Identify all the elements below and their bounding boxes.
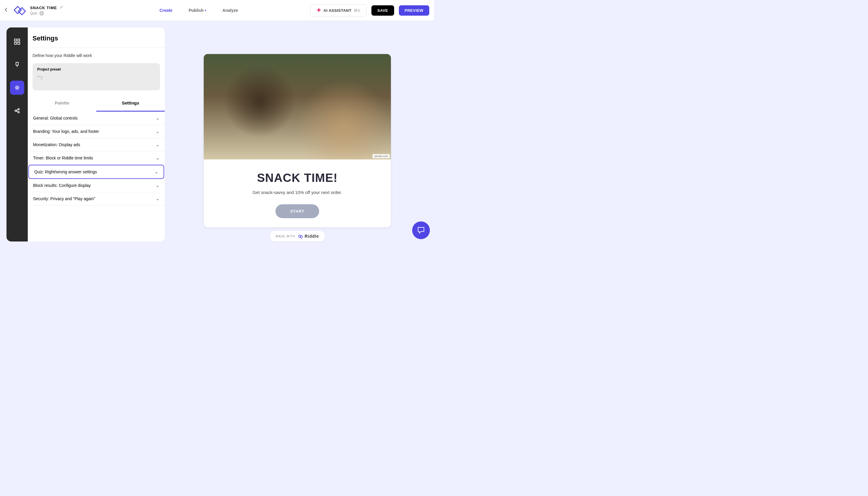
undo-icon[interactable]: [37, 75, 43, 81]
sparkle-icon: [316, 8, 321, 13]
image-credit: pexels.com: [373, 154, 390, 158]
app-header: SNACK TIME Quiz i Create Publish • Analy…: [0, 0, 434, 21]
tab-settings[interactable]: Settings: [96, 95, 165, 112]
nav-tab-analyze[interactable]: Analyze: [222, 8, 238, 13]
chat-fab[interactable]: [412, 221, 430, 239]
accordion-timer[interactable]: Timer: Block or Riddle time limits ⌄: [28, 152, 165, 165]
project-type: Quiz: [30, 11, 37, 15]
made-with-badge[interactable]: MADE WITH Riddle: [270, 231, 325, 242]
save-button[interactable]: SAVE: [371, 5, 394, 16]
design-icon[interactable]: [10, 58, 24, 72]
nav-tab-publish[interactable]: Publish •: [189, 8, 206, 13]
preview-area: pexels.com SNACK TIME! Get snack-savvy a…: [165, 28, 430, 242]
app-logo[interactable]: [11, 3, 27, 18]
chevron-down-icon: ⌄: [156, 142, 159, 147]
project-title: SNACK TIME: [30, 5, 57, 10]
preview-body: SNACK TIME! Get snack-savvy and 10% off …: [204, 159, 391, 227]
accordion-branding[interactable]: Branding: Your logo, ads, and footer ⌄: [28, 125, 165, 138]
accordion-block-results[interactable]: Block results: Configure display ⌄: [28, 179, 165, 192]
header-actions: AI ASSISTANT ⌘K SAVE PREVIEW: [310, 4, 429, 17]
svg-rect-3: [18, 42, 20, 44]
panel-description: Define how your Riddle will work: [28, 48, 165, 63]
svg-rect-4: [16, 62, 18, 65]
svg-rect-1: [18, 39, 20, 41]
main-area: Settings Define how your Riddle will wor…: [0, 21, 434, 248]
panel-tabs: Palette Settings: [28, 95, 165, 112]
preview-card: pexels.com SNACK TIME! Get snack-savvy a…: [204, 54, 391, 227]
preview-button[interactable]: PREVIEW: [399, 5, 429, 16]
chevron-down-icon: ⌄: [156, 129, 159, 134]
svg-rect-0: [14, 39, 17, 41]
header-left: SNACK TIME Quiz i: [5, 3, 88, 18]
share-icon[interactable]: [10, 104, 24, 118]
ai-assistant-button[interactable]: AI ASSISTANT ⌘K: [310, 4, 367, 17]
back-chevron-icon[interactable]: [5, 7, 8, 13]
svg-rect-2: [14, 42, 17, 44]
start-button[interactable]: START: [276, 204, 319, 218]
settings-icon[interactable]: [10, 81, 24, 95]
preset-label: Project preset: [37, 67, 155, 72]
riddle-logo: Riddle: [298, 234, 319, 238]
info-icon[interactable]: i: [39, 11, 44, 16]
preview-image: pexels.com: [204, 54, 391, 159]
svg-line-10: [16, 110, 18, 110]
header-nav: Create Publish • Analyze: [88, 8, 310, 13]
edit-icon[interactable]: [59, 5, 63, 10]
accordion-general[interactable]: General: Global controls ⌄: [28, 112, 165, 125]
panel-title: Settings: [32, 34, 160, 42]
accordion-security[interactable]: Security: Privacy and "Play again" ⌄: [28, 192, 165, 205]
chevron-down-icon: ⌄: [156, 156, 159, 160]
blocks-icon[interactable]: [10, 34, 24, 49]
svg-point-6: [16, 87, 18, 89]
chevron-down-icon: ⌄: [156, 116, 159, 121]
svg-line-11: [16, 111, 18, 112]
accordion-quiz[interactable]: Quiz: Right/wrong answer settings ⌄: [28, 165, 164, 179]
settings-panel: Settings Define how your Riddle will wor…: [28, 28, 165, 242]
chevron-down-icon: ⌄: [156, 183, 159, 188]
sidebar-rail: [6, 28, 28, 242]
nav-tab-create[interactable]: Create: [159, 8, 172, 13]
chevron-down-icon: ⌄: [156, 196, 159, 201]
title-block: SNACK TIME Quiz i: [30, 5, 63, 16]
chevron-down-icon: ⌄: [155, 169, 158, 174]
accordion: General: Global controls ⌄ Branding: You…: [28, 112, 165, 242]
tab-palette[interactable]: Palette: [28, 95, 96, 112]
accordion-monetization[interactable]: Monetization: Display ads ⌄: [28, 138, 165, 152]
quiz-subtitle: Get snack-savvy and 10% off your next or…: [216, 190, 379, 195]
preset-box: Project preset: [32, 63, 160, 90]
quiz-title: SNACK TIME!: [216, 171, 379, 185]
